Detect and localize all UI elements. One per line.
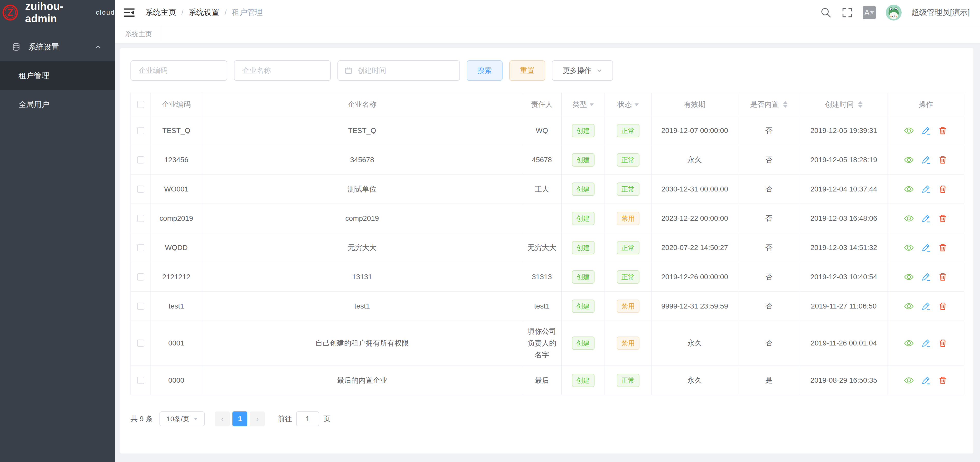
status-tag: 正常 — [617, 241, 640, 254]
view-eye-icon[interactable] — [904, 301, 914, 311]
view-eye-icon[interactable] — [904, 184, 914, 194]
edit-pencil-icon[interactable] — [921, 184, 931, 194]
create-time-input[interactable]: 创建时间 — [337, 60, 460, 81]
more-actions-button[interactable]: 更多操作 — [552, 60, 613, 81]
edit-pencil-icon[interactable] — [921, 126, 931, 135]
edit-pencil-icon[interactable] — [921, 155, 931, 165]
avatar[interactable] — [886, 5, 902, 21]
cell-created-time: 2019-12-03 10:40:54 — [800, 262, 888, 292]
breadcrumb-separator: / — [224, 8, 226, 17]
delete-trash-icon[interactable] — [938, 376, 948, 385]
row-checkbox[interactable] — [137, 215, 144, 222]
view-eye-icon[interactable] — [904, 214, 914, 223]
prev-page-button[interactable]: ‹ — [215, 411, 230, 426]
edit-pencil-icon[interactable] — [921, 301, 931, 311]
column-label: 操作 — [919, 98, 933, 110]
delete-trash-icon[interactable] — [938, 184, 948, 194]
column-header[interactable]: 状态 — [605, 93, 652, 116]
view-eye-icon[interactable] — [904, 272, 914, 282]
row-checkbox[interactable] — [137, 244, 144, 251]
row-checkbox[interactable] — [137, 377, 144, 384]
cell-enterprise-code: 0000 — [151, 366, 202, 395]
row-checkbox[interactable] — [137, 127, 144, 134]
delete-trash-icon[interactable] — [938, 272, 948, 282]
page-size-select[interactable]: 10条/页 — [159, 411, 205, 426]
fullscreen-icon[interactable] — [842, 7, 853, 18]
language-icon-sub: 文 — [870, 10, 875, 15]
app-logo[interactable]: Z zuihou-admin cloud — [0, 0, 115, 25]
sort-carets-icon[interactable] — [858, 101, 863, 108]
table-row: comp2019comp2019创建禁用2023-12-22 00:00:00否… — [131, 204, 964, 233]
cell-type: 创建 — [562, 204, 605, 233]
table-row: TEST_QTEST_QWQ创建正常2019-12-07 00:00:00否20… — [131, 116, 964, 145]
reset-button[interactable]: 重置 — [509, 60, 545, 81]
row-checkbox[interactable] — [137, 186, 144, 193]
view-eye-icon[interactable] — [904, 376, 914, 385]
enterprise-name-input[interactable] — [234, 60, 331, 81]
type-tag: 创建 — [572, 374, 595, 387]
select-all-checkbox[interactable] — [137, 101, 144, 108]
edit-pencil-icon[interactable] — [921, 376, 931, 385]
delete-trash-icon[interactable] — [938, 243, 948, 252]
cell-builtin: 否 — [738, 262, 800, 292]
page-number-1[interactable]: 1 — [232, 411, 247, 426]
edit-pencil-icon[interactable] — [921, 243, 931, 252]
cell-enterprise-code: WO001 — [151, 175, 202, 204]
breadcrumb-home[interactable]: 系统主页 — [145, 7, 176, 18]
column-filter-icon[interactable] — [635, 103, 639, 108]
status-tag: 禁用 — [617, 300, 640, 313]
delete-trash-icon[interactable] — [938, 301, 948, 311]
goto-page-input[interactable] — [296, 411, 319, 426]
table-row: WQDD无穷大大无穷大大创建正常2020-07-22 14:50:27否2019… — [131, 233, 964, 262]
cell-created-time: 2019-12-05 18:28:19 — [800, 145, 888, 175]
search-icon[interactable] — [820, 7, 832, 19]
breadcrumb-settings[interactable]: 系统设置 — [188, 7, 219, 18]
view-eye-icon[interactable] — [904, 243, 914, 252]
cell-actions — [888, 204, 964, 233]
row-checkbox[interactable] — [137, 156, 144, 164]
column-label: 状态 — [618, 98, 632, 110]
cell-enterprise-name: test1 — [202, 292, 522, 321]
page-unit-label: 页 — [323, 414, 331, 424]
delete-trash-icon[interactable] — [938, 214, 948, 223]
sort-carets-icon[interactable] — [783, 101, 788, 108]
view-eye-icon[interactable] — [904, 126, 914, 135]
cell-created-time: 2019-08-29 16:50:35 — [800, 366, 888, 395]
edit-pencil-icon[interactable] — [921, 338, 931, 348]
next-page-button[interactable]: › — [250, 411, 265, 426]
enterprise-code-input[interactable] — [130, 60, 227, 81]
column-header[interactable]: 创建时间 — [800, 93, 888, 116]
row-checkbox[interactable] — [137, 340, 144, 347]
row-checkbox[interactable] — [137, 303, 144, 310]
view-eye-icon[interactable] — [904, 338, 914, 348]
status-tag: 禁用 — [617, 337, 640, 350]
cell-enterprise-name: 最后的内置企业 — [202, 366, 522, 395]
tab-system-home[interactable]: 系统主页 — [115, 25, 162, 43]
status-tag: 正常 — [617, 124, 640, 137]
edit-pencil-icon[interactable] — [921, 214, 931, 223]
table-header: 企业编码企业名称责任人类型状态有效期是否内置创建时间操作 — [131, 93, 964, 116]
delete-trash-icon[interactable] — [938, 126, 948, 135]
cell-validity: 2023-12-22 00:00:00 — [652, 204, 738, 233]
column-header[interactable]: 类型 — [562, 93, 605, 116]
sidebar-item-tenant-management[interactable]: 租户管理 — [0, 61, 115, 90]
table-row: WO001测试单位王大创建正常2030-12-31 00:00:00否2019-… — [131, 175, 964, 204]
cell-owner: test1 — [522, 292, 562, 321]
cell-enterprise-name: TEST_Q — [202, 116, 522, 145]
search-button[interactable]: 搜索 — [467, 60, 503, 81]
cell-validity: 永久 — [652, 145, 738, 175]
view-eye-icon[interactable] — [904, 155, 914, 165]
row-checkbox[interactable] — [137, 273, 144, 281]
sidebar-item-system-settings[interactable]: 系统设置 — [0, 33, 115, 61]
column-header[interactable]: 是否内置 — [738, 93, 800, 116]
sidebar-item-global-users[interactable]: 全局用户 — [0, 90, 115, 119]
cell-validity: 2020-07-22 14:50:27 — [652, 233, 738, 262]
column-filter-icon[interactable] — [590, 103, 594, 108]
language-icon[interactable]: A文 — [863, 6, 876, 19]
sidebar-collapse-icon[interactable] — [123, 7, 135, 19]
user-name[interactable]: 超级管理员[演示] — [912, 7, 970, 18]
type-tag: 创建 — [572, 183, 595, 196]
delete-trash-icon[interactable] — [938, 155, 948, 165]
delete-trash-icon[interactable] — [938, 338, 948, 348]
edit-pencil-icon[interactable] — [921, 272, 931, 282]
